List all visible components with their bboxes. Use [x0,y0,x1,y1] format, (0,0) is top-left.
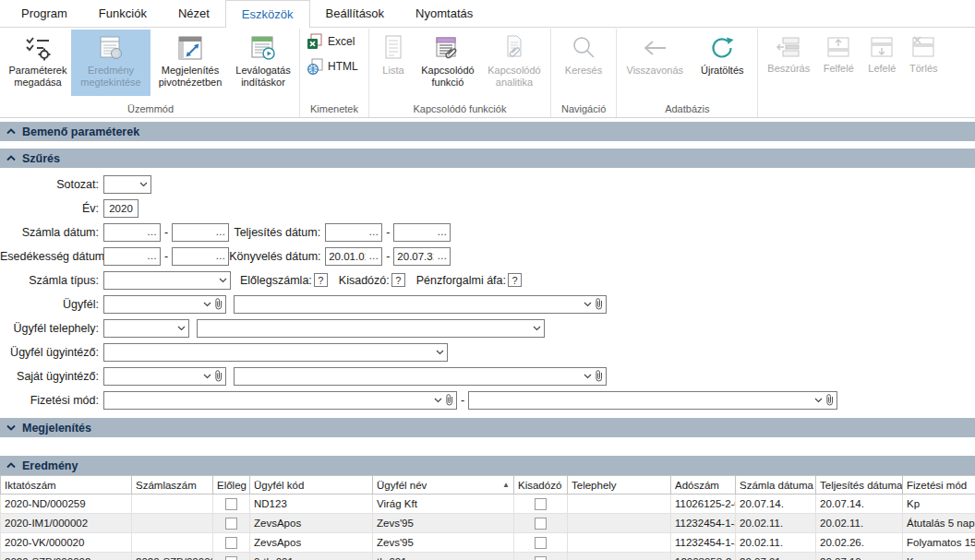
szamla-datum-to-input[interactable]: … [172,223,229,242]
column-header[interactable]: Számla dátuma [736,476,816,494]
section-header-szures[interactable]: Szűrés [0,149,975,168]
fizetesi-mod-to-combo[interactable] [468,391,837,410]
column-header[interactable]: Telephely [568,476,671,494]
related-analytics-paperclip-icon [500,34,528,62]
tab-eszkozok[interactable]: Eszközök [225,0,310,28]
date-value: 20.07.31. [397,251,434,262]
excel-export-button[interactable]: Excel [307,33,358,50]
section-header-eredmeny[interactable]: Eredmény [0,456,975,475]
section-header-bemeno-parameterek[interactable]: Bemenő paraméterek [0,122,975,141]
konyveles-datum-from-input[interactable]: 20.01.01. … [325,247,382,266]
sajat-ugyintezo-kod-combo[interactable] [103,367,226,386]
table-row[interactable]: 2020-SZB/0000022020-SZB/000000-th-001th-… [1,553,975,560]
table-cell: 2020-SZB/000002 [1,553,132,560]
paperclip-icon[interactable] [214,298,223,310]
date-picker-button[interactable]: … [437,227,447,237]
esedekesseg-datum-to-input[interactable]: … [172,247,229,266]
column-header[interactable]: Iktatószám [1,476,132,494]
konyveles-datum-to-input[interactable]: 20.07.31. … [393,247,451,266]
paperclip-icon[interactable] [825,394,834,406]
beszuras-button[interactable]: Beszúrás [761,30,816,96]
date-picker-button[interactable]: … [147,227,157,237]
paperclip-icon[interactable] [214,370,223,382]
table-cell [568,514,671,533]
szamla-datum-from-input[interactable]: … [103,223,161,242]
table-row[interactable]: 2020-VK/000020ZevsAposZevs'9511232454-1-… [1,533,975,553]
szamla-tipus-select[interactable] [103,271,231,290]
row-checkbox[interactable] [535,556,547,560]
fizetesi-mod-from-combo[interactable] [103,391,457,410]
table-cell: 20.02.11. [736,514,816,533]
row-checkbox[interactable] [225,518,237,530]
kapcsolodo-analitika-button[interactable]: Kapcsolódó analitika [481,30,548,96]
teljesites-datum-from-input[interactable]: … [325,223,382,242]
column-header[interactable]: Előleg [213,476,250,494]
ugyfel-kod-combo[interactable] [103,295,226,314]
kereses-button[interactable]: Keresés [554,30,613,96]
column-header[interactable]: Adószám [671,476,736,494]
table-cell: 2020-SZB/00000 [132,553,213,560]
tab-program[interactable]: Program [6,0,83,27]
tab-nezet[interactable]: Nézet [162,0,225,27]
column-header[interactable]: Számlaszám [132,476,213,494]
row-checkbox[interactable] [535,498,547,510]
date-picker-button[interactable]: … [215,227,225,237]
paperclip-icon[interactable] [595,370,603,382]
esedekesseg-datum-from-input[interactable]: … [103,247,161,266]
column-header[interactable]: Kisadózó [514,476,568,494]
teljesites-datum-label: Teljesítés dátum: [229,226,325,239]
megjelenites-pivotnezetben-button[interactable]: Megjelenítés pivotnézetben [150,30,230,96]
sotozat-select[interactable] [103,175,151,194]
ugyfel-telephely-nev-combo[interactable] [197,319,545,338]
column-header[interactable]: Fizetési mód [903,476,975,494]
row-checkbox[interactable] [535,537,547,549]
tab-funkciok[interactable]: Funkciók [83,0,162,27]
teljesites-datum-to-input[interactable]: … [393,223,451,242]
ujratoltes-button[interactable]: Újratöltés [690,30,754,96]
column-header[interactable]: Ügyfél kód [250,476,373,494]
ev-input[interactable]: 2020 [103,199,138,218]
kisadozo-tristate-checkbox[interactable]: ? [391,273,405,287]
table-row[interactable]: 2020-IM1/000002ZevsAposZevs'9511232454-1… [1,514,975,533]
ugyfel-telephely-kod-combo[interactable] [103,319,189,338]
tab-beallitasok[interactable]: Beállítások [310,0,401,27]
date-picker-button[interactable]: … [147,251,157,261]
visszavonas-button[interactable]: Visszavonás [620,30,690,96]
table-cell: Virág Kft [373,494,514,514]
row-checkbox[interactable] [225,556,237,560]
ribbon-button-label: Eredmény megtekintése [73,65,149,89]
lefele-button[interactable]: Lefelé [861,30,903,96]
penzforgalmi-afa-tristate-checkbox[interactable]: ? [508,273,522,287]
tab-nyomtatas[interactable]: Nyomtatás [400,0,488,27]
table-row[interactable]: 2020-ND/000259ND123Virág Kft11026125-2-0… [1,494,975,514]
paperclip-icon[interactable] [445,394,453,406]
date-picker-button[interactable]: … [215,251,225,261]
result-table-header-row: IktatószámSzámlaszámElőlegÜgyfél kódÜgyf… [1,476,975,494]
torles-button[interactable]: Törlés [903,30,944,96]
date-picker-button[interactable]: … [437,251,447,261]
kapcsolodo-funkcio-button[interactable]: Kapcsolódó funkció [415,30,481,96]
elolegszamla-tristate-checkbox[interactable]: ? [314,273,328,287]
table-cell: Zevs'95 [373,533,514,553]
section-header-megjelenites[interactable]: Megjelenítés [0,418,975,437]
column-header[interactable]: Ügyfél név▲ [373,476,514,494]
html-export-button[interactable]: HTML [307,58,358,75]
lista-button[interactable]: Lista [372,30,415,96]
row-checkbox[interactable] [535,518,547,530]
eredmeny-megtekintese-button[interactable]: Eredmény megtekintése [71,30,150,96]
paperclip-icon[interactable] [595,298,603,310]
ugyfel-ugyintezo-combo[interactable] [103,343,448,362]
felfele-button[interactable]: Felfelé [816,30,861,96]
column-header[interactable]: Teljesítés dátuma [816,476,903,494]
sajat-ugyintezo-nev-combo[interactable] [234,367,607,386]
ugyfel-nev-combo[interactable] [234,295,607,314]
ribbon-button-label: Visszavonás [627,65,684,77]
date-picker-button[interactable]: … [368,251,379,261]
ribbon-group-kimenetek: Excel HTML Kimenetek [300,29,369,117]
row-checkbox[interactable] [225,498,237,510]
date-picker-button[interactable]: … [368,227,379,237]
ugyfel-ugyintezo-label: Ügyfél ügyintéző: [0,346,103,359]
row-checkbox[interactable] [225,537,237,549]
parameterek-megadasa-button[interactable]: Paraméterek megadása [5,30,71,96]
levalogatas-inditaskor-button[interactable]: Leválogatás indításkor [230,30,296,96]
